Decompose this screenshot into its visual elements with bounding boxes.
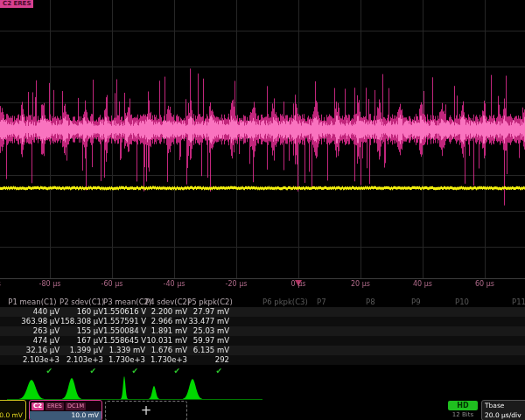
measure-status-check-icon: ✔: [145, 367, 180, 376]
measure-value: 363.98 µV: [5, 317, 60, 326]
measure-header-inactive[interactable]: P6 pkpk(C3): [262, 298, 313, 307]
measure-status-check-icon: ✔: [103, 367, 138, 376]
oscilloscope-screen: C2 ERES -100 µs-80 µs-60 µs-40 µs-20 µs0…: [0, 0, 525, 420]
measure-value: 155 µV: [60, 326, 103, 336]
measure-value: 2.103e+3: [5, 355, 60, 365]
timebase-label: Tbase: [482, 401, 525, 410]
measure-value: 1.557591 V: [103, 317, 145, 326]
c2-scale-value: 10.0 mV: [30, 411, 102, 420]
hd-bits-label: 12 Bits: [448, 411, 478, 418]
measure-value: 1.550084 V: [103, 326, 145, 336]
measure-header-inactive[interactable]: P7: [317, 298, 368, 307]
time-axis-label: -100 µs: [0, 280, 14, 288]
measure-value: 1.891 mV: [145, 326, 187, 336]
measure-value: 1.676 mV: [145, 346, 187, 355]
timebase-descriptor-box[interactable]: Tbase 20.0 µs/div: [481, 400, 525, 420]
measure-header-inactive[interactable]: P8: [366, 298, 416, 307]
measure-value: 263 µV: [5, 326, 60, 336]
measure-value: 6.135 mV: [187, 346, 229, 355]
measure-value: 1.339 mV: [103, 346, 145, 355]
c1-descriptor-box[interactable]: C1 DC1M 10.0 mV: [0, 400, 26, 420]
time-axis-label: -80 µs: [24, 280, 76, 288]
active-trace-label[interactable]: C2 ERES: [0, 0, 33, 8]
measure-value: 1.730e+3: [145, 355, 187, 365]
add-trace-button[interactable]: +: [105, 401, 187, 420]
time-axis-label: -40 µs: [148, 280, 200, 288]
measure-value: 292: [187, 355, 229, 365]
measure-value: 59.97 mV: [187, 336, 229, 346]
measure-header-5[interactable]: P5 pkpk(C2): [187, 298, 229, 307]
measure-header-1[interactable]: P1 mean(C1): [5, 298, 60, 307]
measure-header-3[interactable]: P3 mean(C2): [103, 298, 145, 307]
c1-scale-value: 10.0 mV: [0, 411, 25, 420]
measure-value: 440 µV: [5, 307, 60, 317]
c2-channel-badge: C2: [32, 402, 44, 410]
measure-status-check-icon: ✔: [60, 367, 96, 376]
hd-mode-badge[interactable]: HD: [448, 401, 478, 410]
time-axis-label: 60 µs: [458, 280, 511, 288]
measure-value: 474 µV: [5, 336, 60, 346]
timebase-value: 20.0 µs/div: [482, 411, 525, 420]
time-axis-label: -20 µs: [210, 280, 262, 288]
measure-value: 1.550616 V: [103, 307, 145, 317]
measure-header-2[interactable]: P2 sdev(C1): [60, 298, 103, 307]
time-axis-label: 40 µs: [396, 280, 449, 288]
measure-header-inactive[interactable]: P10: [455, 298, 506, 307]
measure-value: 160 µV: [60, 307, 103, 317]
c2-descriptor-box[interactable]: C2 ERES DC1M 10.0 mV: [29, 400, 102, 420]
measure-status-check-icon: ✔: [187, 367, 222, 376]
measure-status-check-icon: ✔: [5, 367, 52, 376]
time-axis-label: 0 µs: [272, 280, 325, 288]
time-axis-label: 20 µs: [334, 280, 387, 288]
measure-value: 1.399 µV: [60, 346, 103, 355]
measure-value: 33.477 mV: [187, 317, 229, 326]
measure-header-inactive[interactable]: P11: [512, 298, 525, 307]
measure-value: 2.966 mV: [145, 317, 187, 326]
measure-value: 2.200 mV: [145, 307, 187, 317]
measure-value: 1.558645 V: [103, 336, 145, 346]
measure-value: 2.103e+3: [60, 355, 103, 365]
measure-value: 25.03 mV: [187, 326, 229, 336]
c2-eres-tag: ERES: [46, 402, 64, 410]
measure-value: 27.97 mV: [187, 307, 229, 317]
measure-value: 158.308 µV: [60, 317, 103, 326]
measure-header-4[interactable]: P4 sdev(C2): [145, 298, 187, 307]
measure-value: 10.031 mV: [145, 336, 187, 346]
measure-value: 32.16 µV: [5, 346, 60, 355]
measure-value: 167 µV: [60, 336, 103, 346]
c2-coupling-tag: DC1M: [66, 402, 86, 410]
time-axis-label: -60 µs: [86, 280, 138, 288]
measure-value: 1.730e+3: [103, 355, 145, 365]
